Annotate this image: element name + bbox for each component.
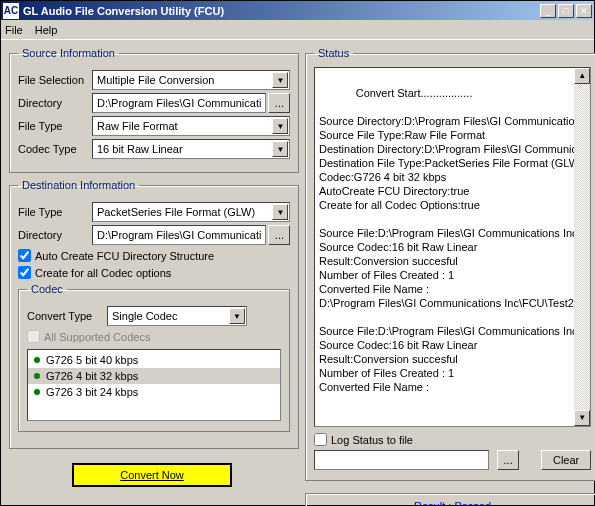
- src-filetype-label: File Type: [18, 120, 92, 132]
- status-textarea[interactable]: Convert Start................. Source Di…: [314, 67, 591, 427]
- convert-type-label: Convert Type: [27, 310, 107, 322]
- clear-button[interactable]: Clear: [541, 450, 591, 470]
- app-logo: AC: [3, 3, 19, 19]
- convert-type-value: Single Codec: [112, 310, 177, 322]
- menu-bar: File Help: [1, 20, 594, 40]
- src-filetype-value: Raw File Format: [97, 120, 178, 132]
- codec-list-label: G726 3 bit 24 kbps: [46, 386, 138, 398]
- src-codectype-combo[interactable]: 16 bit Raw Linear ▼: [92, 139, 290, 159]
- destination-legend: Destination Information: [18, 179, 139, 191]
- convert-type-combo[interactable]: Single Codec ▼: [107, 306, 247, 326]
- maximize-button[interactable]: □: [558, 4, 574, 18]
- close-button[interactable]: ✕: [576, 4, 592, 18]
- menu-file[interactable]: File: [5, 24, 23, 36]
- log-file-field[interactable]: [314, 450, 489, 470]
- all-supported-checkbox: All Supported Codecs: [27, 330, 281, 343]
- chevron-down-icon: ▼: [229, 308, 245, 324]
- dst-filetype-combo[interactable]: PacketSeries File Format (GLW) ▼: [92, 202, 290, 222]
- file-selection-value: Multiple File Conversion: [97, 74, 214, 86]
- scrollbar[interactable]: ▲ ▼: [574, 68, 590, 426]
- bullet-icon: [34, 373, 40, 379]
- file-selection-label: File Selection: [18, 74, 92, 86]
- all-supported-label: All Supported Codecs: [44, 331, 150, 343]
- scroll-up-icon[interactable]: ▲: [574, 68, 590, 84]
- codec-list-item[interactable]: G726 3 bit 24 kbps: [28, 384, 280, 400]
- codec-listbox[interactable]: G726 5 bit 40 kbpsG726 4 bit 32 kbpsG726…: [27, 349, 281, 421]
- convert-now-button[interactable]: Convert Now: [72, 463, 232, 487]
- status-group: Status Convert Start................. So…: [305, 47, 595, 481]
- menu-help[interactable]: Help: [35, 24, 58, 36]
- chevron-down-icon: ▼: [272, 204, 288, 220]
- src-browse-button[interactable]: ...: [268, 93, 290, 113]
- codec-group: Codec Convert Type Single Codec ▼ All Su…: [18, 283, 290, 432]
- dst-filetype-value: PacketSeries File Format (GLW): [97, 206, 255, 218]
- auto-create-checkbox[interactable]: Auto Create FCU Directory Structure: [18, 249, 290, 262]
- log-status-label: Log Status to file: [331, 434, 413, 446]
- result-label: Result : Passed: [305, 493, 595, 506]
- src-directory-field[interactable]: D:\Program Files\GI Communicati: [92, 93, 266, 113]
- create-all-input[interactable]: [18, 266, 31, 279]
- title-bar: AC GL Audio File Conversion Utility (FCU…: [1, 1, 594, 20]
- status-text: Convert Start................. Source Di…: [319, 87, 586, 393]
- dst-directory-label: Directory: [18, 229, 92, 241]
- scroll-down-icon[interactable]: ▼: [574, 410, 590, 426]
- dst-directory-field[interactable]: D:\Program Files\GI Communicati: [92, 225, 266, 245]
- codec-list-item[interactable]: G726 4 bit 32 kbps: [28, 368, 280, 384]
- chevron-down-icon: ▼: [272, 118, 288, 134]
- create-all-checkbox[interactable]: Create for all Codec options: [18, 266, 290, 279]
- app-window: AC GL Audio File Conversion Utility (FCU…: [0, 0, 595, 506]
- codec-list-label: G726 4 bit 32 kbps: [46, 370, 138, 382]
- destination-group: Destination Information File Type Packet…: [9, 179, 299, 449]
- source-legend: Source Information: [18, 47, 119, 59]
- chevron-down-icon: ▼: [272, 72, 288, 88]
- codec-legend: Codec: [27, 283, 67, 295]
- status-legend: Status: [314, 47, 353, 59]
- src-codectype-value: 16 bit Raw Linear: [97, 143, 183, 155]
- dst-filetype-label: File Type: [18, 206, 92, 218]
- codec-list-item[interactable]: G726 5 bit 40 kbps: [28, 352, 280, 368]
- all-supported-input: [27, 330, 40, 343]
- src-codectype-label: Codec Type: [18, 143, 92, 155]
- bullet-icon: [34, 357, 40, 363]
- source-group: Source Information File Selection Multip…: [9, 47, 299, 173]
- create-all-label: Create for all Codec options: [35, 267, 171, 279]
- auto-create-input[interactable]: [18, 249, 31, 262]
- log-status-checkbox[interactable]: Log Status to file: [314, 433, 413, 446]
- bullet-icon: [34, 389, 40, 395]
- log-browse-button[interactable]: ...: [497, 450, 519, 470]
- file-selection-combo[interactable]: Multiple File Conversion ▼: [92, 70, 290, 90]
- window-title: GL Audio File Conversion Utility (FCU): [23, 5, 540, 17]
- auto-create-label: Auto Create FCU Directory Structure: [35, 250, 214, 262]
- src-directory-label: Directory: [18, 97, 92, 109]
- minimize-button[interactable]: _: [540, 4, 556, 18]
- log-status-input[interactable]: [314, 433, 327, 446]
- dst-browse-button[interactable]: ...: [268, 225, 290, 245]
- src-filetype-combo[interactable]: Raw File Format ▼: [92, 116, 290, 136]
- chevron-down-icon: ▼: [272, 141, 288, 157]
- scroll-track[interactable]: [574, 84, 590, 410]
- codec-list-label: G726 5 bit 40 kbps: [46, 354, 138, 366]
